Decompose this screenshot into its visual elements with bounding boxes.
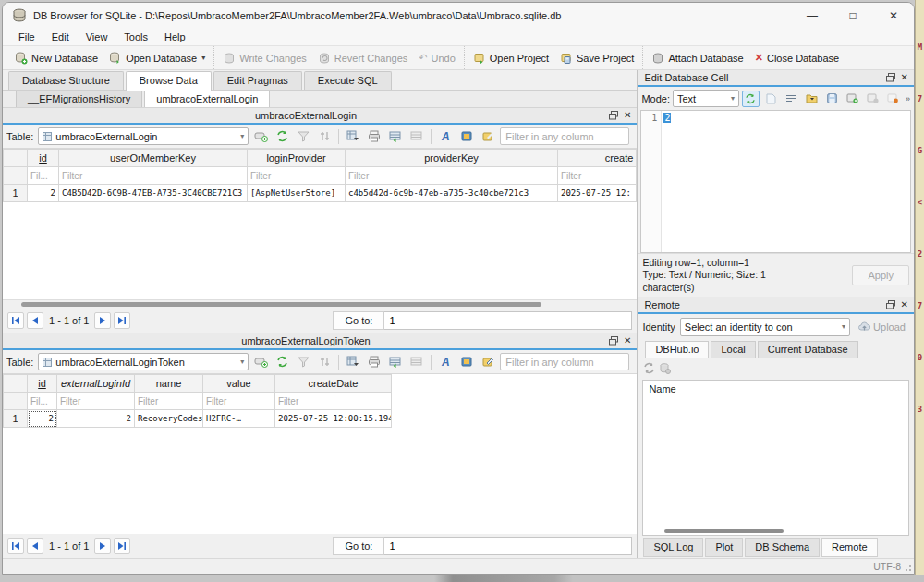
filter-createdate-input[interactable]: [275, 394, 391, 409]
dock1-horizontal-scrollbar[interactable]: [3, 299, 637, 309]
clear-filters-icon[interactable]: [294, 127, 312, 145]
col-loginprovider[interactable]: loginProvider: [248, 150, 346, 167]
tab-local[interactable]: Local: [711, 341, 755, 358]
cell-createdate[interactable]: 2025-07-25 12:00:15.1940899: [275, 410, 392, 428]
minimize-button[interactable]: —: [792, 3, 833, 29]
font-icon[interactable]: A: [436, 353, 455, 370]
tab-db-schema[interactable]: DB Schema: [745, 538, 820, 557]
insert-rows-icon[interactable]: [386, 127, 405, 145]
undo-button[interactable]: ↶ Undo: [413, 51, 461, 66]
tab-database-structure[interactable]: Database Structure: [8, 71, 124, 90]
remote-clone-database-icon[interactable]: [659, 362, 671, 376]
delete-rows-icon[interactable]: [407, 353, 426, 370]
cell-value[interactable]: H2FRC-…: [203, 410, 275, 428]
text-document-icon[interactable]: [762, 91, 780, 107]
save-project-button[interactable]: Save Project: [554, 50, 639, 67]
filter-userormemberkey-input[interactable]: [59, 168, 247, 184]
conditional-format-icon[interactable]: [457, 353, 476, 370]
row-number[interactable]: 1: [4, 410, 28, 428]
col-id[interactable]: id: [28, 150, 59, 167]
cell-editor[interactable]: 1 2: [640, 110, 911, 253]
dock1-table-combo[interactable]: umbracoExternalLogin ▾: [38, 127, 249, 145]
edit-format-icon[interactable]: [479, 353, 497, 370]
col-userormemberkey[interactable]: userOrMemberKey: [59, 150, 248, 167]
open-database-button[interactable]: Open Database ▾: [103, 50, 211, 67]
cell-externalloginid[interactable]: 2: [57, 410, 135, 428]
save-file-icon[interactable]: [823, 91, 841, 107]
toolbar-overflow-icon[interactable]: »: [906, 94, 910, 103]
corner-header[interactable]: [4, 150, 28, 167]
goto-input[interactable]: [384, 311, 632, 330]
dock1-float-icon[interactable]: [609, 111, 618, 120]
edit-format-icon[interactable]: [479, 127, 497, 145]
editor-content[interactable]: 2: [662, 111, 671, 252]
first-record-button[interactable]: [7, 538, 24, 554]
next-record-button[interactable]: [94, 312, 111, 329]
filter-providerkey-input[interactable]: [346, 168, 557, 184]
menu-help[interactable]: Help: [156, 30, 194, 44]
close-database-button[interactable]: ✕ Close Database: [749, 51, 845, 66]
filter-name-input[interactable]: [135, 394, 202, 409]
maximize-button[interactable]: □: [833, 3, 873, 29]
clear-filters-icon[interactable]: [294, 353, 312, 370]
tab-remote[interactable]: Remote: [821, 538, 878, 557]
previous-record-button[interactable]: [27, 312, 43, 329]
cell-providerkey[interactable]: c4b5d42d-6c9b-47eb-a735-3c40cbe721c3: [346, 185, 558, 202]
tab-plot[interactable]: Plot: [705, 538, 743, 557]
remote-list-horizontal-scrollbar[interactable]: [643, 527, 908, 535]
tab-sql-log[interactable]: SQL Log: [643, 538, 703, 557]
font-icon[interactable]: A: [436, 127, 455, 145]
insert-record-icon[interactable]: [251, 127, 270, 145]
refresh-icon[interactable]: [273, 353, 291, 370]
write-changes-button[interactable]: Write Changes: [217, 50, 312, 67]
goto-input[interactable]: [384, 537, 632, 555]
cell-id[interactable]: 2: [28, 185, 59, 202]
previous-record-button[interactable]: [27, 538, 43, 554]
filter-any-column-input[interactable]: [500, 127, 629, 145]
add-cell-icon[interactable]: [844, 91, 861, 107]
tab-execute-sql[interactable]: Execute SQL: [304, 71, 392, 90]
cell-userormemberkey[interactable]: C4B5D42D-6C9B-47EB-A735-3C40CBE721C3: [59, 185, 248, 202]
cell-loginprovider[interactable]: [AspNetUserStore]: [248, 185, 346, 202]
filter-createdate-input[interactable]: [558, 168, 636, 184]
insert-record-icon[interactable]: [251, 353, 270, 370]
resize-grip[interactable]: [905, 564, 912, 572]
menu-edit[interactable]: Edit: [43, 30, 78, 44]
dock1-close-icon[interactable]: ✕: [624, 111, 631, 120]
encoding-indicator[interactable]: UTF-8: [873, 561, 901, 572]
goto-button[interactable]: Go to:: [333, 537, 384, 555]
remote-close-icon[interactable]: ✕: [901, 300, 908, 309]
insert-rows-icon[interactable]: [386, 353, 405, 370]
word-wrap-icon[interactable]: [783, 91, 800, 107]
revert-changes-button[interactable]: Revert Changes: [312, 50, 414, 67]
mode-combo[interactable]: Text ▾: [673, 90, 739, 107]
edit-cell-float-icon[interactable]: [886, 73, 895, 82]
col-externalloginid[interactable]: externalLoginId: [57, 375, 135, 393]
print-icon[interactable]: [365, 127, 383, 145]
col-createdate[interactable]: create: [558, 150, 637, 167]
upload-button[interactable]: Upload: [855, 321, 909, 333]
open-project-button[interactable]: Open Project: [468, 50, 554, 67]
remote-refresh-icon[interactable]: [643, 362, 655, 376]
tab-dbhub[interactable]: DBHub.io: [645, 341, 709, 358]
filter-condition-icon[interactable]: [315, 127, 334, 145]
next-record-button[interactable]: [94, 538, 111, 554]
remote-file-list[interactable]: Name: [642, 380, 909, 536]
tab-edit-pragmas[interactable]: Edit Pragmas: [213, 71, 302, 90]
tab-current-database[interactable]: Current Database: [758, 341, 858, 358]
save-results-icon[interactable]: [344, 353, 362, 370]
open-database-dropdown-caret[interactable]: ▾: [201, 54, 205, 62]
attach-database-button[interactable]: Attach Database: [646, 50, 748, 67]
apply-button[interactable]: Apply: [852, 265, 909, 285]
remove-cell-icon[interactable]: [864, 91, 881, 107]
delete-rows-icon[interactable]: [407, 127, 426, 145]
auto-apply-icon[interactable]: [742, 91, 760, 107]
filter-externalloginid-input[interactable]: [57, 394, 134, 409]
col-name[interactable]: name: [135, 375, 203, 393]
tab-umbracoexternallogin[interactable]: umbracoExternalLogin: [144, 91, 270, 107]
filter-id-input[interactable]: [28, 394, 56, 409]
goto-button[interactable]: Go to:: [333, 311, 384, 330]
filter-loginprovider-input[interactable]: [248, 168, 345, 184]
remote-float-icon[interactable]: [886, 300, 895, 309]
import-file-icon[interactable]: [803, 91, 821, 107]
